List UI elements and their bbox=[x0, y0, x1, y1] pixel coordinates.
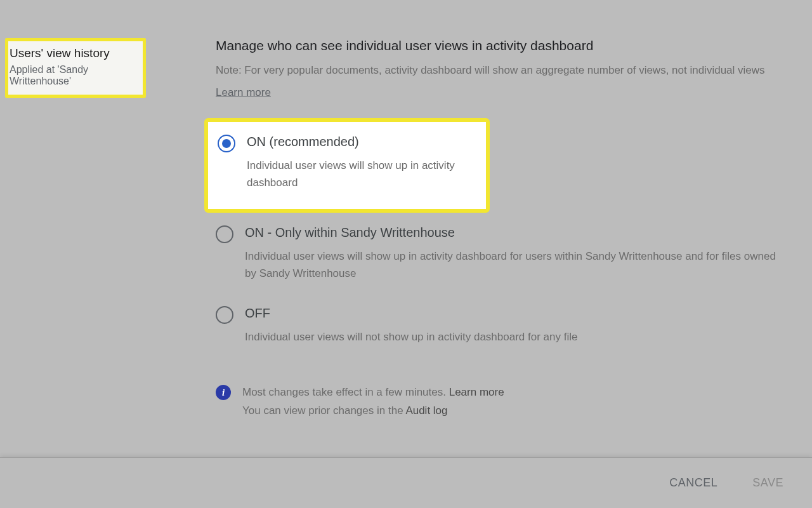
radio-on-only-within[interactable] bbox=[216, 225, 233, 243]
options-group: ON (recommended) Individual user views w… bbox=[216, 118, 780, 346]
sidebar-highlight-box: Users' view history Applied at 'Sandy Wr… bbox=[5, 38, 146, 98]
info-row: i Most changes take effect in a few minu… bbox=[216, 384, 780, 420]
option-off[interactable]: OFF Individual user views will not show … bbox=[216, 306, 780, 345]
option-on-only-within[interactable]: ON - Only within Sandy Writtenhouse Indi… bbox=[216, 225, 780, 282]
main-note: Note: For very popular documents, activi… bbox=[216, 62, 780, 79]
option-desc: Individual user views will not show up i… bbox=[245, 328, 780, 345]
option-content: OFF Individual user views will not show … bbox=[245, 306, 780, 345]
sidebar: Users' view history Applied at 'Sandy Wr… bbox=[0, 38, 146, 420]
info-text: Most changes take effect in a few minute… bbox=[242, 384, 504, 420]
info-line1-pre: Most changes take effect in a few minute… bbox=[242, 386, 449, 398]
info-learn-more-link[interactable]: Learn more bbox=[449, 386, 504, 398]
main-heading: Manage who can see individual user views… bbox=[216, 38, 780, 53]
option-label: OFF bbox=[245, 306, 780, 321]
sidebar-subtitle: Applied at 'Sandy Writtenhouse' bbox=[10, 64, 136, 87]
option-highlight-box: ON (recommended) Individual user views w… bbox=[204, 118, 490, 213]
option-desc: Individual user views will show up in ac… bbox=[247, 157, 476, 191]
info-audit-log-link[interactable]: Audit log bbox=[405, 404, 447, 417]
radio-on-recommended[interactable] bbox=[218, 135, 235, 152]
cancel-button[interactable]: CANCEL bbox=[669, 476, 717, 490]
footer: CANCEL SAVE bbox=[0, 457, 812, 508]
option-label: ON - Only within Sandy Writtenhouse bbox=[245, 225, 780, 240]
info-line2-pre: You can view prior changes in the bbox=[242, 404, 405, 417]
radio-off[interactable] bbox=[216, 306, 233, 324]
learn-more-link[interactable]: Learn more bbox=[216, 86, 271, 99]
sidebar-title: Users' view history bbox=[10, 46, 136, 60]
option-content: ON - Only within Sandy Writtenhouse Indi… bbox=[245, 225, 780, 282]
info-icon: i bbox=[216, 385, 231, 400]
option-on-recommended[interactable]: ON (recommended) Individual user views w… bbox=[218, 135, 476, 191]
save-button[interactable]: SAVE bbox=[752, 476, 783, 490]
option-desc: Individual user views will show up in ac… bbox=[245, 248, 780, 282]
option-label: ON (recommended) bbox=[247, 135, 476, 149]
option-content: ON (recommended) Individual user views w… bbox=[247, 135, 476, 191]
main-content: Manage who can see individual user views… bbox=[146, 38, 812, 420]
